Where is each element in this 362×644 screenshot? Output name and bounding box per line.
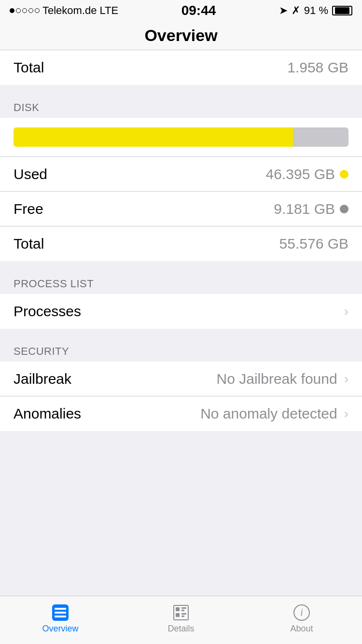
spacer-1 [0, 85, 362, 95]
total-label: Total [14, 59, 44, 76]
svg-rect-6 [181, 607, 186, 609]
page-content: Total 1.958 GB DISK Used 46.395 GB [0, 50, 362, 499]
battery-level: 91 % [304, 4, 328, 17]
anomalies-row[interactable]: Anomalies No anomaly detected › [0, 396, 362, 431]
svg-rect-7 [181, 610, 184, 611]
status-right: ➤ ✗ 91 % [279, 4, 352, 17]
disk-free-value: 9.181 GB [274, 201, 348, 217]
tab-details-label: Details [167, 624, 194, 634]
disk-bar-used [14, 127, 293, 147]
svg-rect-3 [55, 616, 66, 617]
disk-total-value: 55.576 GB [279, 236, 348, 252]
total-value: 1.958 GB [287, 59, 348, 76]
processes-row[interactable]: Processes › [0, 294, 362, 329]
overview-icon [51, 603, 70, 622]
tab-overview-label: Overview [42, 624, 78, 634]
carrier-label: Telekom.de [42, 4, 97, 17]
spacer-4 [0, 431, 362, 450]
bluetooth-icon: ✗ [292, 4, 300, 17]
signal-dot-2 [16, 8, 21, 13]
signal-dot-4 [28, 8, 33, 13]
spacer-2 [0, 261, 362, 271]
network-type: LTE [100, 4, 119, 17]
total-top-row: Total 1.958 GB [0, 50, 362, 85]
disk-section-header: DISK [0, 95, 362, 118]
battery-icon [332, 6, 352, 15]
total-section: Total 1.958 GB [0, 50, 362, 85]
tab-details[interactable]: Details [121, 596, 241, 644]
jailbreak-value: No Jailbreak found › [217, 371, 348, 387]
security-table-body: Jailbreak No Jailbreak found › Anomalies… [0, 362, 362, 431]
process-section-header: PROCESS LIST [0, 271, 362, 294]
about-icon: i [292, 603, 311, 622]
anomalies-value: No anomaly detected › [200, 406, 348, 422]
anomalies-status: No anomaly detected [200, 406, 337, 422]
jailbreak-row[interactable]: Jailbreak No Jailbreak found › [0, 362, 362, 396]
disk-used-row: Used 46.395 GB [0, 157, 362, 192]
details-icon [172, 603, 190, 622]
security-section-header: SECURITY [0, 338, 362, 362]
location-icon: ➤ [279, 4, 288, 17]
free-dot-icon [340, 205, 348, 213]
tab-about-label: About [290, 624, 313, 634]
disk-total-label: Total [14, 236, 44, 252]
process-table-body: Processes › [0, 294, 362, 329]
anomalies-label: Anomalies [14, 406, 81, 422]
signal-dot-1 [10, 8, 14, 13]
signal-dot-3 [22, 8, 27, 13]
status-left: Telekom.de LTE [10, 4, 118, 17]
svg-rect-9 [181, 613, 186, 615]
spacer-3 [0, 329, 362, 338]
disk-total-row: Total 55.576 GB [0, 226, 362, 261]
jailbreak-chevron-icon: › [344, 371, 348, 387]
svg-rect-2 [55, 612, 66, 614]
tab-bar: Overview Details i About [0, 596, 362, 644]
tab-about[interactable]: i About [241, 596, 362, 644]
process-section: PROCESS LIST Processes › [0, 271, 362, 329]
navigation-bar: Overview [0, 21, 362, 50]
security-section: SECURITY Jailbreak No Jailbreak found › … [0, 338, 362, 431]
page-title: Overview [144, 26, 217, 45]
processes-chevron: › [342, 304, 348, 319]
tab-overview[interactable]: Overview [0, 596, 121, 644]
svg-text:i: i [300, 607, 303, 617]
signal-strength [10, 8, 40, 13]
disk-used-label: Used [14, 166, 47, 182]
disk-bar [14, 127, 348, 147]
disk-free-label: Free [14, 201, 43, 217]
status-time: 09:44 [181, 3, 216, 18]
disk-table-body: Used 46.395 GB Free 9.181 GB Total 55.57… [0, 118, 362, 261]
disk-free-number: 9.181 GB [274, 201, 335, 217]
svg-rect-1 [55, 608, 66, 610]
jailbreak-status: No Jailbreak found [217, 371, 337, 387]
svg-rect-8 [176, 613, 180, 617]
disk-used-number: 46.395 GB [266, 166, 335, 182]
processes-label: Processes [14, 303, 81, 320]
svg-rect-5 [176, 607, 180, 611]
disk-free-row: Free 9.181 GB [0, 192, 362, 226]
disk-bar-container [0, 118, 362, 157]
processes-chevron-icon: › [344, 304, 348, 319]
used-dot-icon [340, 170, 348, 179]
disk-used-value: 46.395 GB [266, 166, 348, 182]
signal-dot-5 [35, 8, 40, 13]
svg-rect-10 [181, 616, 184, 617]
disk-section: DISK Used 46.395 GB Free 9.181 GB [0, 95, 362, 261]
status-bar: Telekom.de LTE 09:44 ➤ ✗ 91 % [0, 0, 362, 21]
jailbreak-label: Jailbreak [14, 371, 71, 387]
anomalies-chevron-icon: › [344, 406, 348, 421]
